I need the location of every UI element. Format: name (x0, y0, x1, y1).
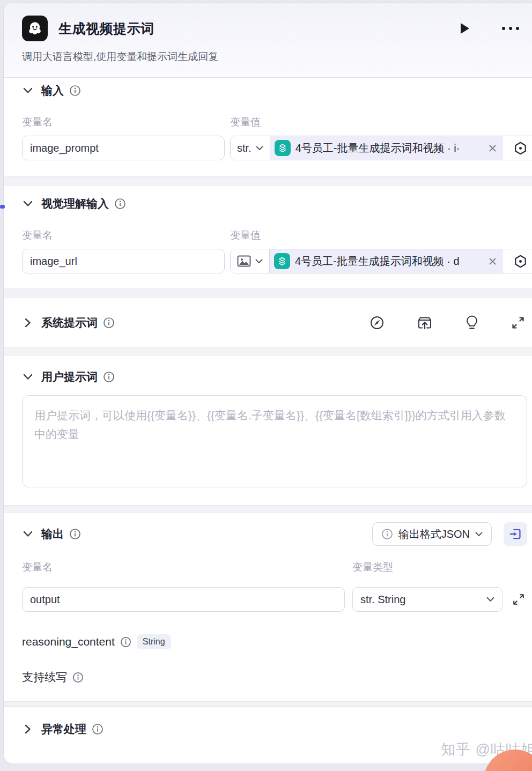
section-output: 输出 输出格式JSON 变量名 (4, 513, 532, 701)
section-exception: 异常处理 知乎 @咕咕姐 (4, 707, 532, 763)
collapse-input-button[interactable] (22, 87, 34, 94)
remove-input-reference-button[interactable] (487, 143, 498, 153)
visual-type-dropdown[interactable] (231, 249, 270, 273)
input-var-reference-text: 4号员工-批量生成提示词和视频 · i· (295, 141, 483, 155)
workflow-layers-icon (274, 253, 290, 269)
chevron-down-icon (475, 532, 483, 537)
prompt-optimize-button[interactable] (367, 313, 387, 332)
reasoning-type-badge: String (137, 634, 171, 649)
expand-system-prompt-button[interactable] (22, 318, 34, 328)
section-divider (4, 288, 532, 298)
prompt-idea-button[interactable] (463, 313, 481, 333)
node-input-connector[interactable] (0, 205, 5, 209)
visual-var-value-group: 4号员工-批量生成提示词和视频 · d (230, 249, 532, 273)
user-prompt-info-icon[interactable] (103, 371, 115, 383)
section-visual-input: 视觉理解输入 变量名 变量值 (4, 186, 532, 288)
remove-visual-reference-button[interactable] (487, 256, 498, 266)
output-format-label: 输出格式JSON (398, 527, 470, 542)
node-description: 调用大语言模型,使用变量和提示词生成回复 (22, 50, 527, 64)
expand-fullscreen-button[interactable] (509, 314, 527, 332)
collapse-visual-button[interactable] (22, 201, 34, 207)
input-locate-node-button[interactable] (503, 136, 532, 160)
section-divider (4, 701, 532, 707)
exception-info-icon[interactable] (92, 723, 104, 735)
visual-var-reference-text: 4号员工-批量生成提示词和视频 · d (295, 254, 483, 269)
reasoning-content-label: reasoning_content (22, 635, 115, 648)
user-prompt-textarea[interactable] (22, 395, 527, 487)
visual-info-icon[interactable] (114, 198, 126, 210)
input-type-dropdown[interactable]: str. (231, 136, 270, 160)
archive-upload-icon (417, 315, 433, 330)
collapse-user-prompt-button[interactable] (22, 374, 34, 380)
section-user-prompt: 用户提示词 (4, 355, 532, 505)
expand-icon (511, 316, 525, 330)
continuation-info-icon[interactable] (72, 672, 84, 683)
column-label-var-value: 变量值 (230, 115, 261, 129)
compass-icon (370, 315, 385, 330)
chevron-down-icon (256, 146, 263, 151)
column-label-var-name: 变量名 (22, 228, 230, 242)
run-button[interactable] (457, 20, 472, 36)
chevron-down-icon (486, 597, 494, 602)
section-divider (4, 176, 532, 186)
hexagon-target-icon (513, 254, 528, 269)
input-info-icon[interactable] (69, 85, 81, 97)
user-prompt-title: 用户提示词 (41, 369, 98, 384)
exception-title: 异常处理 (41, 722, 86, 737)
output-format-dropdown[interactable]: 输出格式JSON (372, 522, 492, 546)
output-section-title: 输出 (41, 527, 64, 542)
output-expand-button[interactable] (510, 591, 527, 608)
output-import-button[interactable] (504, 522, 527, 546)
input-section-title: 输入 (41, 83, 64, 98)
visual-var-name-field[interactable] (22, 249, 225, 273)
visual-var-reference-tag[interactable]: 4号员工-批量生成提示词和视频 · d (270, 249, 503, 273)
doubao-logo-icon (22, 16, 48, 41)
more-menu-button[interactable] (499, 24, 522, 33)
system-prompt-info-icon[interactable] (103, 317, 115, 329)
chevron-down-icon (255, 259, 263, 264)
collapse-output-button[interactable] (22, 531, 34, 537)
lightbulb-icon (465, 315, 479, 331)
prompt-library-button[interactable] (415, 313, 435, 332)
input-type-label: str. (237, 142, 252, 154)
input-var-reference-tag[interactable]: 4号员工-批量生成提示词和视频 · i· (270, 136, 503, 160)
workflow-layers-icon (275, 140, 291, 156)
output-var-name-field[interactable] (22, 587, 345, 612)
continuation-label: 支持续写 (22, 670, 67, 685)
reasoning-info-icon[interactable] (120, 636, 131, 648)
section-input: 输入 变量名 变量值 str. (4, 78, 532, 176)
image-type-icon (237, 255, 251, 267)
section-divider (4, 347, 532, 355)
expand-exception-button[interactable] (22, 724, 34, 734)
node-title: 生成视频提示词 (58, 20, 457, 38)
system-prompt-title: 系统提示词 (41, 315, 98, 330)
output-var-type-dropdown[interactable]: str. String (352, 587, 503, 612)
section-divider (4, 505, 532, 513)
column-label-var-name: 变量名 (22, 560, 352, 574)
visual-section-title: 视觉理解输入 (41, 196, 109, 211)
info-icon (381, 528, 393, 540)
column-label-var-value: 变量值 (230, 228, 261, 242)
node-header: 生成视频提示词 调用大语言模型,使用变量和提示词生成回复 (4, 3, 532, 78)
hexagon-target-icon (513, 141, 528, 155)
section-system-prompt: 系统提示词 (4, 298, 532, 347)
output-info-icon[interactable] (69, 528, 81, 540)
llm-node-panel: 生成视频提示词 调用大语言模型,使用变量和提示词生成回复 输入 (3, 2, 532, 764)
column-label-var-type: 变量类型 (352, 560, 393, 574)
import-icon (508, 527, 522, 541)
column-label-var-name: 变量名 (22, 115, 230, 129)
input-var-name-field[interactable] (22, 136, 225, 160)
expand-icon (512, 593, 525, 606)
visual-locate-node-button[interactable] (503, 249, 532, 273)
output-var-type-value: str. String (360, 594, 482, 606)
input-var-value-group: str. 4号员工-批量生成提示词和视频 · i· (230, 136, 532, 160)
